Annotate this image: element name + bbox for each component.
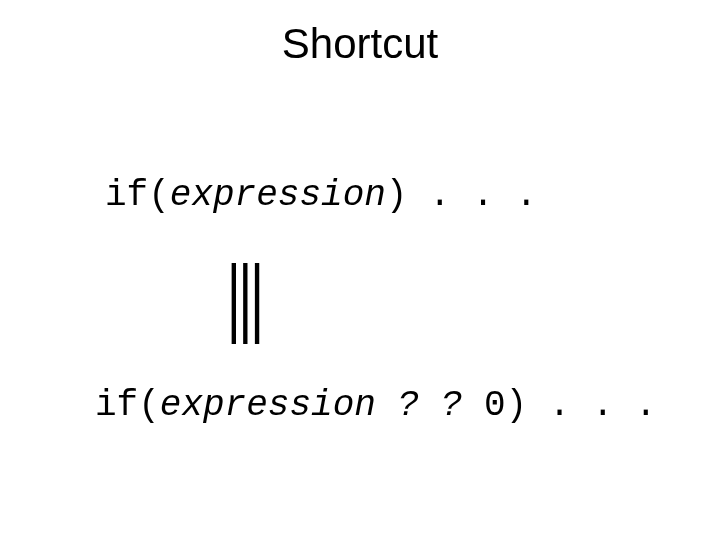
ellipsis: . . . bbox=[429, 175, 537, 216]
zero-literal: 0) bbox=[484, 385, 549, 426]
code-line-2: if(expression ? ? 0) . . . bbox=[95, 385, 657, 426]
code-line-1: if(expression) . . . bbox=[105, 175, 537, 216]
ellipsis: . . . bbox=[549, 385, 657, 426]
expression-italic: expression bbox=[160, 385, 376, 426]
equivalence-symbol: ||| bbox=[225, 245, 260, 346]
expression-italic: expression bbox=[170, 175, 386, 216]
slide-title: Shortcut bbox=[0, 20, 720, 68]
operator-placeholder: ? ? bbox=[376, 385, 484, 426]
close-paren: ) bbox=[386, 175, 429, 216]
if-keyword: if( bbox=[105, 175, 170, 216]
if-keyword: if( bbox=[95, 385, 160, 426]
